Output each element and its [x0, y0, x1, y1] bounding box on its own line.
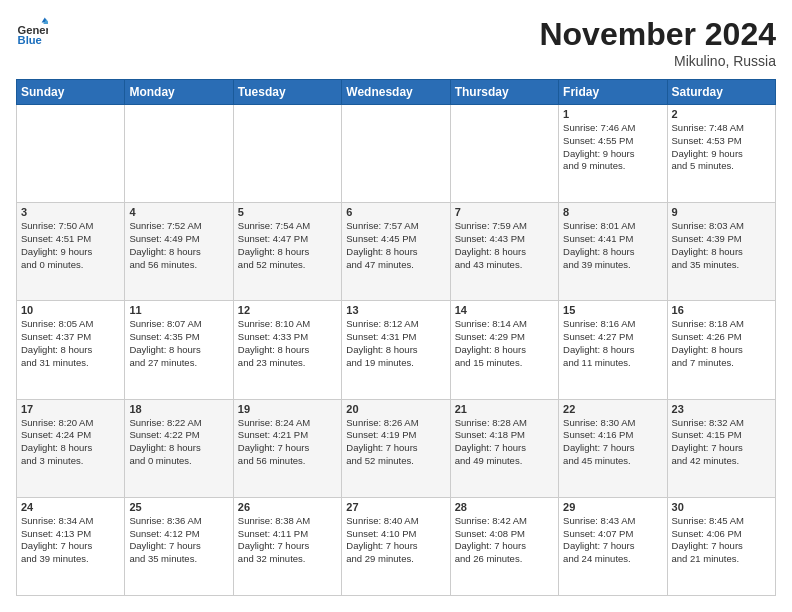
calendar-cell-w5-d3: 26Sunrise: 8:38 AMSunset: 4:11 PMDayligh… — [233, 497, 341, 595]
calendar-cell-w4-d1: 17Sunrise: 8:20 AMSunset: 4:24 PMDayligh… — [17, 399, 125, 497]
header: General Blue November 2024 Mikulino, Rus… — [16, 16, 776, 69]
day-number: 27 — [346, 501, 445, 513]
day-number: 25 — [129, 501, 228, 513]
calendar-week-2: 3Sunrise: 7:50 AMSunset: 4:51 PMDaylight… — [17, 203, 776, 301]
calendar-cell-w4-d2: 18Sunrise: 8:22 AMSunset: 4:22 PMDayligh… — [125, 399, 233, 497]
header-saturday: Saturday — [667, 80, 775, 105]
day-info: Sunrise: 8:14 AMSunset: 4:29 PMDaylight:… — [455, 318, 554, 369]
day-number: 24 — [21, 501, 120, 513]
day-info: Sunrise: 7:52 AMSunset: 4:49 PMDaylight:… — [129, 220, 228, 271]
day-number: 8 — [563, 206, 662, 218]
calendar-cell-w2-d4: 6Sunrise: 7:57 AMSunset: 4:45 PMDaylight… — [342, 203, 450, 301]
day-number: 13 — [346, 304, 445, 316]
calendar-cell-w3-d5: 14Sunrise: 8:14 AMSunset: 4:29 PMDayligh… — [450, 301, 558, 399]
day-info: Sunrise: 7:59 AMSunset: 4:43 PMDaylight:… — [455, 220, 554, 271]
calendar-week-3: 10Sunrise: 8:05 AMSunset: 4:37 PMDayligh… — [17, 301, 776, 399]
calendar-cell-w3-d7: 16Sunrise: 8:18 AMSunset: 4:26 PMDayligh… — [667, 301, 775, 399]
calendar-week-1: 1Sunrise: 7:46 AMSunset: 4:55 PMDaylight… — [17, 105, 776, 203]
day-number: 7 — [455, 206, 554, 218]
day-info: Sunrise: 7:54 AMSunset: 4:47 PMDaylight:… — [238, 220, 337, 271]
day-info: Sunrise: 8:24 AMSunset: 4:21 PMDaylight:… — [238, 417, 337, 468]
header-monday: Monday — [125, 80, 233, 105]
calendar-cell-w1-d3 — [233, 105, 341, 203]
calendar-cell-w4-d5: 21Sunrise: 8:28 AMSunset: 4:18 PMDayligh… — [450, 399, 558, 497]
header-friday: Friday — [559, 80, 667, 105]
calendar-cell-w1-d7: 2Sunrise: 7:48 AMSunset: 4:53 PMDaylight… — [667, 105, 775, 203]
title-block: November 2024 Mikulino, Russia — [539, 16, 776, 69]
day-number: 22 — [563, 403, 662, 415]
calendar-cell-w3-d3: 12Sunrise: 8:10 AMSunset: 4:33 PMDayligh… — [233, 301, 341, 399]
day-number: 12 — [238, 304, 337, 316]
day-number: 2 — [672, 108, 771, 120]
svg-text:Blue: Blue — [18, 34, 42, 46]
header-thursday: Thursday — [450, 80, 558, 105]
calendar-cell-w5-d4: 27Sunrise: 8:40 AMSunset: 4:10 PMDayligh… — [342, 497, 450, 595]
day-number: 16 — [672, 304, 771, 316]
day-number: 19 — [238, 403, 337, 415]
day-info: Sunrise: 8:05 AMSunset: 4:37 PMDaylight:… — [21, 318, 120, 369]
calendar-cell-w1-d2 — [125, 105, 233, 203]
day-info: Sunrise: 8:28 AMSunset: 4:18 PMDaylight:… — [455, 417, 554, 468]
calendar-cell-w5-d7: 30Sunrise: 8:45 AMSunset: 4:06 PMDayligh… — [667, 497, 775, 595]
calendar-cell-w2-d1: 3Sunrise: 7:50 AMSunset: 4:51 PMDaylight… — [17, 203, 125, 301]
day-info: Sunrise: 8:20 AMSunset: 4:24 PMDaylight:… — [21, 417, 120, 468]
day-info: Sunrise: 8:26 AMSunset: 4:19 PMDaylight:… — [346, 417, 445, 468]
month-title: November 2024 — [539, 16, 776, 53]
header-wednesday: Wednesday — [342, 80, 450, 105]
logo: General Blue — [16, 16, 48, 48]
calendar-cell-w5-d5: 28Sunrise: 8:42 AMSunset: 4:08 PMDayligh… — [450, 497, 558, 595]
day-info: Sunrise: 8:43 AMSunset: 4:07 PMDaylight:… — [563, 515, 662, 566]
day-info: Sunrise: 7:48 AMSunset: 4:53 PMDaylight:… — [672, 122, 771, 173]
day-info: Sunrise: 8:03 AMSunset: 4:39 PMDaylight:… — [672, 220, 771, 271]
day-number: 3 — [21, 206, 120, 218]
header-sunday: Sunday — [17, 80, 125, 105]
day-info: Sunrise: 8:40 AMSunset: 4:10 PMDaylight:… — [346, 515, 445, 566]
day-number: 14 — [455, 304, 554, 316]
calendar-cell-w4-d4: 20Sunrise: 8:26 AMSunset: 4:19 PMDayligh… — [342, 399, 450, 497]
day-number: 9 — [672, 206, 771, 218]
day-info: Sunrise: 7:50 AMSunset: 4:51 PMDaylight:… — [21, 220, 120, 271]
day-info: Sunrise: 8:32 AMSunset: 4:15 PMDaylight:… — [672, 417, 771, 468]
day-info: Sunrise: 7:57 AMSunset: 4:45 PMDaylight:… — [346, 220, 445, 271]
calendar-cell-w1-d1 — [17, 105, 125, 203]
day-info: Sunrise: 8:12 AMSunset: 4:31 PMDaylight:… — [346, 318, 445, 369]
day-number: 6 — [346, 206, 445, 218]
logo-icon: General Blue — [16, 16, 48, 48]
calendar-cell-w3-d6: 15Sunrise: 8:16 AMSunset: 4:27 PMDayligh… — [559, 301, 667, 399]
calendar-cell-w3-d1: 10Sunrise: 8:05 AMSunset: 4:37 PMDayligh… — [17, 301, 125, 399]
day-number: 30 — [672, 501, 771, 513]
calendar-cell-w1-d4 — [342, 105, 450, 203]
calendar-table: Sunday Monday Tuesday Wednesday Thursday… — [16, 79, 776, 596]
day-info: Sunrise: 8:42 AMSunset: 4:08 PMDaylight:… — [455, 515, 554, 566]
day-number: 20 — [346, 403, 445, 415]
day-info: Sunrise: 8:36 AMSunset: 4:12 PMDaylight:… — [129, 515, 228, 566]
calendar-cell-w1-d5 — [450, 105, 558, 203]
calendar-week-4: 17Sunrise: 8:20 AMSunset: 4:24 PMDayligh… — [17, 399, 776, 497]
day-number: 21 — [455, 403, 554, 415]
day-number: 15 — [563, 304, 662, 316]
day-info: Sunrise: 8:38 AMSunset: 4:11 PMDaylight:… — [238, 515, 337, 566]
day-number: 11 — [129, 304, 228, 316]
day-number: 1 — [563, 108, 662, 120]
day-number: 5 — [238, 206, 337, 218]
calendar-cell-w5-d2: 25Sunrise: 8:36 AMSunset: 4:12 PMDayligh… — [125, 497, 233, 595]
calendar-cell-w2-d7: 9Sunrise: 8:03 AMSunset: 4:39 PMDaylight… — [667, 203, 775, 301]
calendar-cell-w2-d2: 4Sunrise: 7:52 AMSunset: 4:49 PMDaylight… — [125, 203, 233, 301]
day-number: 10 — [21, 304, 120, 316]
calendar-cell-w5-d6: 29Sunrise: 8:43 AMSunset: 4:07 PMDayligh… — [559, 497, 667, 595]
calendar-cell-w5-d1: 24Sunrise: 8:34 AMSunset: 4:13 PMDayligh… — [17, 497, 125, 595]
calendar-cell-w4-d6: 22Sunrise: 8:30 AMSunset: 4:16 PMDayligh… — [559, 399, 667, 497]
calendar-cell-w4-d3: 19Sunrise: 8:24 AMSunset: 4:21 PMDayligh… — [233, 399, 341, 497]
location-subtitle: Mikulino, Russia — [539, 53, 776, 69]
calendar-cell-w3-d4: 13Sunrise: 8:12 AMSunset: 4:31 PMDayligh… — [342, 301, 450, 399]
header-tuesday: Tuesday — [233, 80, 341, 105]
calendar-cell-w3-d2: 11Sunrise: 8:07 AMSunset: 4:35 PMDayligh… — [125, 301, 233, 399]
calendar-cell-w2-d5: 7Sunrise: 7:59 AMSunset: 4:43 PMDaylight… — [450, 203, 558, 301]
day-number: 18 — [129, 403, 228, 415]
day-number: 17 — [21, 403, 120, 415]
calendar-header-row: Sunday Monday Tuesday Wednesday Thursday… — [17, 80, 776, 105]
day-info: Sunrise: 8:10 AMSunset: 4:33 PMDaylight:… — [238, 318, 337, 369]
day-number: 28 — [455, 501, 554, 513]
day-info: Sunrise: 8:34 AMSunset: 4:13 PMDaylight:… — [21, 515, 120, 566]
day-info: Sunrise: 8:30 AMSunset: 4:16 PMDaylight:… — [563, 417, 662, 468]
